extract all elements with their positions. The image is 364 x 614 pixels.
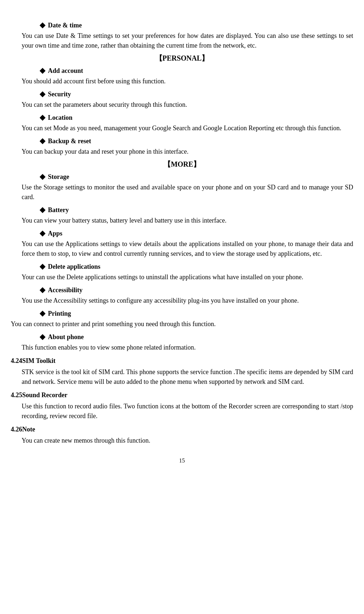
date-time-label: Date & time: [48, 21, 82, 30]
diamond-icon: ◆: [40, 171, 45, 182]
date-time-body: You can use Date & Time settings to set …: [22, 31, 353, 51]
location-heading: ◆ Location: [40, 112, 353, 123]
page-number: 15: [11, 456, 353, 465]
location-body: You can set Mode as you need, management…: [22, 123, 353, 133]
add-account-heading: ◆ Add account: [40, 65, 353, 76]
storage-label: Storage: [48, 172, 69, 182]
accessibility-label: Accessibility: [48, 285, 83, 295]
sound-recorder-title: 4.25Sound Recorder: [11, 390, 353, 400]
battery-body: You can view your battery status, batter…: [22, 216, 353, 225]
delete-apps-body: Your can use the Delete applications set…: [22, 272, 353, 282]
sound-recorder-body: Use this function to record audio files.…: [22, 402, 353, 421]
apps-heading: ◆ Apps: [40, 228, 353, 238]
diamond-icon: ◆: [40, 135, 45, 146]
printing-body: You can connect to printer and print som…: [11, 319, 353, 329]
apps-body: You can use the Applications settings to…: [22, 239, 353, 259]
diamond-icon: ◆: [40, 204, 45, 215]
diamond-icon: ◆: [40, 308, 45, 319]
security-body: You can set the parameters about securit…: [22, 100, 353, 110]
backup-reset-heading: ◆ Backup & reset: [40, 135, 353, 146]
date-time-heading: ◆ Date & time: [40, 19, 353, 30]
accessibility-heading: ◆ Accessibility: [40, 284, 353, 295]
security-heading: ◆ Security: [40, 88, 353, 99]
diamond-icon: ◆: [40, 228, 45, 238]
apps-label: Apps: [48, 229, 62, 238]
add-account-label: Add account: [48, 66, 83, 76]
printing-label: Printing: [48, 309, 71, 319]
printing-heading: ◆ Printing: [40, 308, 353, 319]
diamond-icon: ◆: [40, 112, 45, 123]
diamond-icon: ◆: [40, 19, 45, 30]
backup-reset-label: Backup & reset: [48, 136, 91, 146]
delete-apps-label: Delete applications: [48, 262, 101, 272]
location-label: Location: [48, 113, 72, 123]
about-phone-label: About phone: [48, 332, 84, 342]
personal-header: 【PERSONAL】: [11, 53, 353, 63]
about-phone-heading: ◆ About phone: [40, 331, 353, 342]
diamond-icon: ◆: [40, 284, 45, 295]
battery-heading: ◆ Battery: [40, 204, 353, 215]
about-phone-body: This function enables you to view some p…: [22, 343, 353, 352]
diamond-icon: ◆: [40, 65, 45, 76]
sim-toolkit-body: STK service is the tool kit of SIM card.…: [22, 367, 353, 387]
page: ◆ Date & time You can use Date & Time se…: [0, 0, 364, 614]
backup-reset-body: You can backup your data and reset your …: [22, 147, 353, 157]
note-title: 4.26Note: [11, 425, 353, 434]
battery-label: Battery: [48, 205, 69, 215]
storage-body: Use the Storage settings to monitor the …: [22, 183, 353, 202]
storage-heading: ◆ Storage: [40, 171, 353, 182]
diamond-icon: ◆: [40, 331, 45, 342]
delete-apps-heading: ◆ Delete applications: [40, 261, 353, 272]
diamond-icon: ◆: [40, 88, 45, 99]
note-body: You can create new memos through this fu…: [22, 436, 353, 446]
sim-toolkit-title: 4.24SIM Toolkit: [11, 356, 353, 366]
more-header: 【MORE】: [11, 159, 353, 170]
diamond-icon: ◆: [40, 261, 45, 272]
accessibility-body: You use the Accessibility settings to co…: [22, 296, 353, 306]
add-account-body: You should add account first before usin…: [22, 76, 353, 86]
security-label: Security: [48, 89, 71, 99]
